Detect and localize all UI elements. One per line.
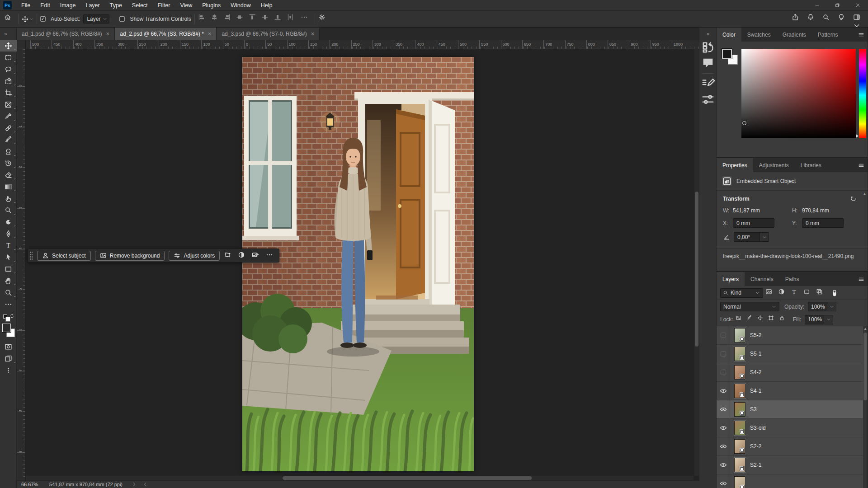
tool-dock-collapse[interactable]: »	[0, 28, 16, 40]
canvas-workarea[interactable]: 5004504003503002502001501005005010015020…	[17, 40, 699, 480]
healing-brush-tool[interactable]	[0, 122, 17, 134]
layer-thumbnail[interactable]	[734, 365, 745, 380]
properties-tab-properties[interactable]: Properties	[717, 158, 753, 172]
frame-tool[interactable]	[0, 99, 17, 110]
layer-thumbnail[interactable]	[734, 347, 745, 361]
angle-dropdown[interactable]	[760, 232, 769, 242]
layer-row-s3-old[interactable]: S3-old	[717, 419, 868, 437]
filter-pixel-layers-icon[interactable]	[765, 288, 777, 298]
layer-thumbnail[interactable]	[734, 402, 745, 417]
tab-close-button[interactable]: ×	[311, 30, 315, 37]
distribute-center-button[interactable]	[261, 14, 272, 24]
layer-row-s3[interactable]: S3	[717, 400, 868, 419]
bell-button[interactable]	[807, 14, 818, 24]
layer-row-partial[interactable]	[717, 474, 868, 488]
document-tab-1[interactable]: ad_1.psd @ 66,7% (S3, RGB/8#)×	[17, 28, 115, 40]
status-options-chevron-icon[interactable]	[132, 482, 137, 487]
menu-item-view[interactable]: View	[175, 0, 197, 10]
marquee-tool[interactable]	[0, 52, 17, 63]
width-value[interactable]: 541,87 mm	[733, 207, 782, 214]
home-icon[interactable]	[4, 14, 15, 24]
gradient-tool[interactable]	[0, 181, 17, 192]
filter-toggle-icon[interactable]	[830, 288, 839, 298]
align-vertical-centers-button[interactable]	[236, 14, 247, 24]
layer-thumbnail[interactable]	[734, 328, 745, 343]
color-field-cursor[interactable]	[742, 121, 746, 125]
screen-mode-button[interactable]	[0, 352, 17, 364]
layer-thumbnail[interactable]	[734, 439, 745, 454]
gear-icon[interactable]	[318, 14, 329, 24]
opacity-value[interactable]: 100%	[808, 302, 827, 311]
brush-tool[interactable]	[0, 134, 17, 145]
remove-background-button[interactable]: Remove background	[95, 251, 165, 261]
eye-visible-icon[interactable]	[717, 419, 730, 437]
properties-tab-libraries[interactable]: Libraries	[795, 158, 827, 172]
smudge-tool[interactable]	[0, 192, 17, 204]
taskbar-ellipsis-button[interactable]	[266, 251, 275, 260]
document-tab-2[interactable]: ad_2.psd @ 66,7% (S3, RGB/8#) *×	[115, 28, 217, 40]
lock-all-icon[interactable]	[779, 315, 788, 324]
blend-mode-dropdown[interactable]: Normal	[720, 302, 779, 311]
comments-panel-button[interactable]	[701, 56, 715, 70]
lock-transparent-icon[interactable]	[736, 315, 745, 324]
more-tools-tool[interactable]	[0, 298, 17, 310]
zoom-level-field[interactable]: 66.67%	[17, 482, 43, 487]
reset-transform-icon[interactable]	[850, 195, 857, 202]
eye-visible-icon[interactable]	[717, 456, 730, 474]
share-button[interactable]	[792, 14, 802, 24]
layer-thumbnail[interactable]	[734, 476, 745, 488]
crop-tool[interactable]	[0, 87, 17, 99]
move-tool-preset[interactable]	[22, 16, 33, 23]
layer-row-s5-1[interactable]: S5-1	[717, 345, 868, 363]
eye-hidden-slot[interactable]	[717, 326, 730, 344]
sliders-panel-button[interactable]	[701, 93, 715, 106]
eye-hidden-slot[interactable]	[717, 363, 730, 381]
properties-tab-adjustments[interactable]: Adjustments	[753, 158, 795, 172]
layer-thumbnail[interactable]	[734, 458, 745, 472]
menu-item-image[interactable]: Image	[55, 0, 81, 10]
window-restore-button[interactable]	[827, 0, 848, 10]
layers-tab-layers[interactable]: Layers	[717, 272, 745, 286]
clone-stamp-tool[interactable]	[0, 145, 17, 157]
tab-close-button[interactable]: ×	[208, 30, 212, 37]
layer-row-s2-2[interactable]: S2-2	[717, 437, 868, 456]
object-selection-tool[interactable]	[0, 75, 17, 87]
rectangle-tool[interactable]	[0, 263, 17, 275]
move-tool[interactable]	[0, 40, 17, 52]
quick-mask-button[interactable]	[0, 341, 17, 352]
type-tool[interactable]: T	[0, 239, 17, 251]
layer-thumbnail[interactable]	[734, 421, 745, 435]
layer-row-s4-2[interactable]: S4-2	[717, 363, 868, 382]
layer-row-s4-1[interactable]: S4-1	[717, 382, 868, 400]
layer-name[interactable]: S4-2	[750, 369, 761, 375]
angle-input[interactable]	[734, 232, 760, 242]
taskbar-drag-handle[interactable]	[29, 251, 33, 260]
align-center-horizontal-button[interactable]	[211, 14, 222, 24]
distribute-bottom-button[interactable]	[274, 14, 285, 24]
horizontal-scrollbar-thumb[interactable]	[283, 476, 532, 480]
x-input[interactable]	[733, 218, 774, 228]
color-tab-swatches[interactable]: Swatches	[741, 28, 777, 42]
lock-position-icon[interactable]	[757, 315, 766, 324]
y-input[interactable]	[802, 218, 844, 228]
menu-item-layer[interactable]: Layer	[80, 0, 104, 10]
saturation-brightness-field[interactable]	[741, 49, 856, 138]
menu-item-plugins[interactable]: Plugins	[197, 0, 226, 10]
color-fg-bg-swatches[interactable]	[722, 49, 740, 67]
panel-menu-icon[interactable]	[855, 158, 868, 172]
layers-tab-channels[interactable]: Channels	[745, 272, 779, 286]
color-tab-gradients[interactable]: Gradients	[777, 28, 812, 42]
layer-name[interactable]: S2-1	[750, 462, 761, 468]
layer-row-s2-1[interactable]: S2-1	[717, 456, 868, 474]
adjust-colors-button[interactable]: Adjust colors	[169, 251, 220, 261]
color-tab-patterns[interactable]: Patterns	[812, 28, 844, 42]
fill-dropdown[interactable]	[824, 315, 833, 324]
eye-visible-icon[interactable]	[717, 400, 730, 418]
ruler-corner[interactable]	[17, 40, 26, 49]
window-minimize-button[interactable]	[807, 0, 827, 10]
scroll-up-arrow[interactable]: ▲	[863, 327, 868, 331]
discover-button[interactable]	[838, 14, 849, 24]
lasso-tool[interactable]	[0, 63, 17, 75]
workspace-button[interactable]	[853, 14, 864, 24]
document-canvas[interactable]	[242, 57, 474, 471]
